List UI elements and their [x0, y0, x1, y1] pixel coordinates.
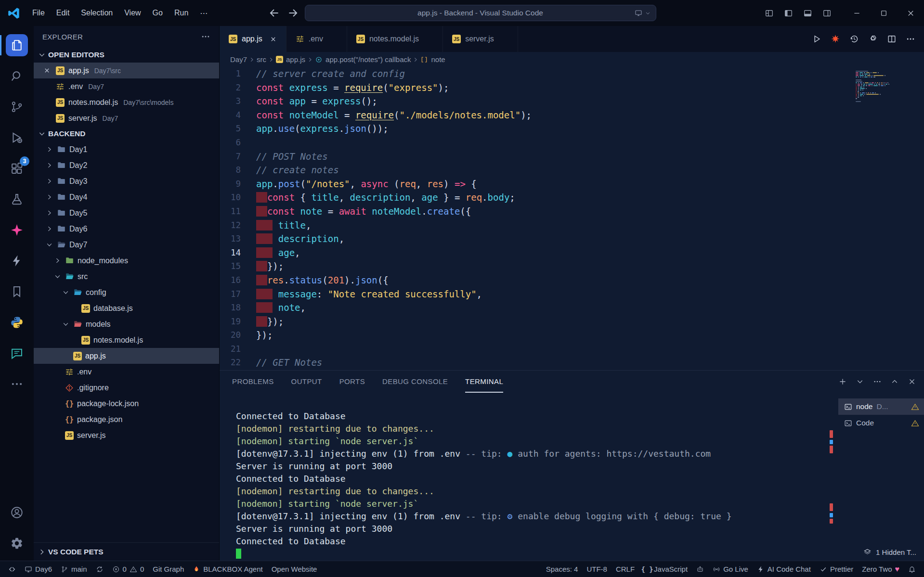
- split-editor-icon[interactable]: [887, 34, 897, 44]
- breadcrumb-item[interactable]: app.post("/notes") callback: [315, 55, 411, 64]
- activity-thunder-client[interactable]: [0, 245, 34, 276]
- close-panel-icon[interactable]: [908, 377, 916, 386]
- toggle-primary-sidebar-icon[interactable]: [784, 9, 793, 18]
- panel-more-icon[interactable]: [873, 377, 882, 386]
- status-open-website[interactable]: Open Website: [267, 561, 322, 577]
- tree-item-Day6[interactable]: Day6: [34, 221, 219, 237]
- tree-item-server.js[interactable]: JSserver.js: [34, 427, 219, 443]
- terminal-item-node[interactable]: node D...: [838, 398, 924, 415]
- activity-ai-chat[interactable]: [0, 338, 34, 369]
- tree-item-node_modules[interactable]: node_modules: [34, 253, 219, 269]
- timeline-icon[interactable]: [849, 34, 859, 44]
- activity-account[interactable]: [0, 497, 34, 528]
- menu-selection[interactable]: Selection: [75, 6, 118, 20]
- toggle-panel-icon[interactable]: [803, 9, 812, 18]
- open-editor-app.js[interactable]: JS app.js Day7\src: [34, 63, 219, 78]
- activity-bookmarks[interactable]: [0, 276, 34, 307]
- panel-tab-output[interactable]: OUTPUT: [291, 371, 322, 393]
- status-prettier[interactable]: Prettier: [815, 561, 858, 577]
- status-project[interactable]: Day6: [20, 561, 56, 577]
- tree-item-.gitignore[interactable]: .gitignore: [34, 380, 219, 396]
- status-remote[interactable]: [4, 561, 20, 577]
- tree-item-Day3[interactable]: Day3: [34, 173, 219, 189]
- activity-explorer[interactable]: [0, 30, 34, 61]
- status-language[interactable]: { }JavaScript: [639, 561, 692, 577]
- menu-go[interactable]: Go: [147, 6, 169, 20]
- activity-python[interactable]: [0, 307, 34, 338]
- activity-run-and-debug[interactable]: [0, 122, 34, 153]
- tree-item-src[interactable]: src: [34, 269, 219, 284]
- breadcrumb-item[interactable]: src: [257, 55, 266, 64]
- open-editor-server.js[interactable]: JS server.js Day7: [34, 110, 219, 126]
- status-git-graph[interactable]: Git Graph: [148, 561, 188, 577]
- status-branch[interactable]: main: [56, 561, 91, 577]
- code-editor[interactable]: 1// server create and config2const expre…: [220, 67, 924, 370]
- activity-source-control[interactable]: [0, 91, 34, 122]
- toggle-secondary-sidebar-icon[interactable]: [822, 9, 832, 18]
- open-editor-notes.model.js[interactable]: JS notes.model.js Day7\src\models: [34, 94, 219, 110]
- command-center-actions[interactable]: [635, 9, 651, 17]
- activity-search[interactable]: [0, 61, 34, 91]
- status-eol[interactable]: CRLF: [612, 561, 639, 577]
- tab-server.js[interactable]: JS server.js: [443, 26, 518, 52]
- status-blackbox-agent[interactable]: BLACKBOX Agent: [188, 561, 267, 577]
- command-center[interactable]: app.js - Backend - Visual Studio Code: [305, 5, 656, 21]
- new-terminal-icon[interactable]: [838, 377, 847, 386]
- menu-more[interactable]: ⋯: [194, 6, 213, 20]
- terminal-item-Code[interactable]: Code: [838, 415, 924, 431]
- maximize-panel-icon[interactable]: [890, 377, 899, 386]
- close-icon[interactable]: [43, 67, 51, 74]
- close-icon[interactable]: [270, 36, 277, 43]
- tree-item-Day2[interactable]: Day2: [34, 157, 219, 173]
- menu-edit[interactable]: Edit: [51, 6, 76, 20]
- breadcrumb-item[interactable]: JSapp.js: [276, 55, 305, 64]
- status-encoding[interactable]: UTF-8: [582, 561, 612, 577]
- status-problems[interactable]: 00: [108, 561, 149, 577]
- panel-tab-debug-console[interactable]: DEBUG CONSOLE: [382, 371, 448, 393]
- activity-testing[interactable]: [0, 184, 34, 215]
- activity-settings[interactable]: [0, 528, 34, 559]
- menu-file[interactable]: File: [26, 6, 51, 20]
- back-icon[interactable]: [268, 7, 281, 19]
- status-sync[interactable]: [91, 561, 108, 577]
- menu-run[interactable]: Run: [169, 6, 194, 20]
- pets-section-header[interactable]: VS CODE PETS: [34, 542, 219, 561]
- tree-item-package.json[interactable]: {}package.json: [34, 411, 219, 427]
- tree-item-Day4[interactable]: Day4: [34, 189, 219, 205]
- minimize-button[interactable]: [843, 0, 870, 26]
- tree-item-Day7[interactable]: Day7: [34, 237, 219, 253]
- activity-more-views[interactable]: [0, 369, 34, 399]
- breadcrumb-item[interactable]: Day7: [230, 55, 247, 64]
- blackbox-extension-icon[interactable]: [831, 34, 840, 44]
- open-editor-.env[interactable]: .env Day7: [34, 78, 219, 94]
- tree-item-package-lock.json[interactable]: {}package-lock.json: [34, 396, 219, 411]
- chatgpt-icon[interactable]: [868, 34, 878, 44]
- close-button[interactable]: [897, 0, 924, 26]
- terminal[interactable]: Connected to Database[nodemon] restartin…: [220, 393, 838, 561]
- minimap[interactable]: [856, 71, 889, 103]
- terminal-dropdown-icon[interactable]: [856, 377, 864, 386]
- workspace-header[interactable]: BACKEND: [34, 126, 219, 141]
- run-file-icon[interactable]: [812, 34, 821, 44]
- tab-notes.model.js[interactable]: JS notes.model.js: [347, 26, 443, 52]
- hidden-terminals[interactable]: 1 Hidden T...: [863, 548, 916, 556]
- open-editors-header[interactable]: OPEN EDITORS: [34, 47, 219, 63]
- maximize-button[interactable]: [870, 0, 897, 26]
- tree-item-config[interactable]: config: [34, 284, 219, 300]
- tree-item-database.js[interactable]: JSdatabase.js: [34, 300, 219, 316]
- tree-item-Day1[interactable]: Day1: [34, 141, 219, 157]
- breadcrumb-item[interactable]: note: [420, 55, 445, 64]
- more-actions-icon[interactable]: [906, 34, 915, 44]
- status-notifications[interactable]: [904, 561, 920, 577]
- menu-view[interactable]: View: [118, 6, 146, 20]
- status-go-live[interactable]: Go Live: [708, 561, 753, 577]
- tab-app.js[interactable]: JS app.js: [220, 26, 286, 52]
- status-ai-code-chat[interactable]: AI Code Chat: [753, 561, 815, 577]
- forward-icon[interactable]: [286, 7, 299, 19]
- tree-item-.env[interactable]: .env: [34, 364, 219, 380]
- tree-item-notes.model.js[interactable]: JSnotes.model.js: [34, 332, 219, 348]
- activity-extensions[interactable]: 3: [0, 153, 34, 184]
- status-pet[interactable]: Zero Two♥: [858, 561, 904, 577]
- customize-layout-icon[interactable]: [765, 9, 774, 18]
- panel-tab-terminal[interactable]: TERMINAL: [465, 371, 503, 393]
